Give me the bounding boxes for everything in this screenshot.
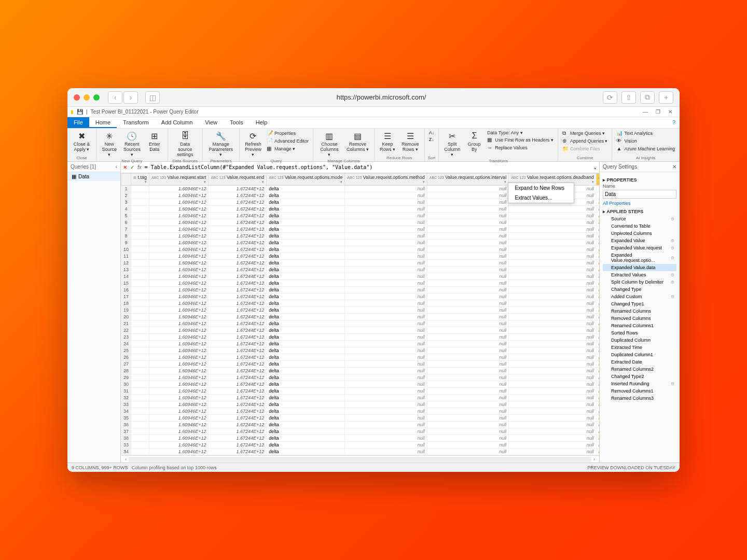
applied-step[interactable]: Renamed Columns1 xyxy=(603,322,676,329)
table-row[interactable]: 331.60946E+121.67244E+12deltanullnullnul… xyxy=(121,442,600,449)
expand-new-rows[interactable]: Expand to New Rows xyxy=(508,183,574,193)
row-header[interactable] xyxy=(121,174,131,186)
query-name-input[interactable] xyxy=(603,190,676,199)
keep-rows-button[interactable]: ☰Keep Rows ▾ xyxy=(378,130,397,153)
formula-accept[interactable]: ✓ xyxy=(130,164,134,170)
minimize-button[interactable]: — xyxy=(639,109,652,115)
applied-step[interactable]: Extracted Date xyxy=(603,358,676,366)
applied-step[interactable]: Added Custom⚙ xyxy=(603,293,676,300)
table-row[interactable]: 131.60946E+121.67244E+12deltanullnullnul… xyxy=(121,267,600,273)
table-row[interactable]: 181.60946E+121.67244E+12deltanullnullnul… xyxy=(121,300,600,307)
sidebar-toggle[interactable]: ◫ xyxy=(145,91,160,104)
tab-transform[interactable]: Transform xyxy=(117,117,155,128)
table-row[interactable]: 151.60946E+121.67244E+12deltanullnullnul… xyxy=(121,280,600,287)
properties-button[interactable]: 📝Properties xyxy=(266,130,310,137)
sort-desc-button[interactable]: Z↓ xyxy=(428,136,435,143)
applied-step[interactable]: Sorted Rows xyxy=(603,329,676,337)
table-row[interactable]: 361.60946E+121.67244E+12deltanullnullnul… xyxy=(121,422,600,428)
applied-step[interactable]: Expanded Value.request.optio...⚙ xyxy=(603,251,676,264)
applied-step[interactable]: Extracted Time xyxy=(603,344,676,351)
tab-home[interactable]: Home xyxy=(89,117,117,128)
text-analytics-button[interactable]: 📊Text Analytics xyxy=(615,130,654,137)
applied-step[interactable]: Changed Type1 xyxy=(603,300,676,307)
datatype-button[interactable]: Data Type: Any ▾ xyxy=(486,130,555,136)
table-row[interactable]: 321.60946E+121.67244E+12deltanullnullnul… xyxy=(121,395,600,401)
applied-step[interactable]: Changed Type2 xyxy=(603,373,676,380)
enter-data-button[interactable]: ⊞Enter Data xyxy=(145,130,164,153)
table-row[interactable]: 231.60946E+121.67244E+12deltanullnullnul… xyxy=(121,334,600,341)
max-window[interactable] xyxy=(93,94,100,101)
refresh-preview-button[interactable]: ⟳Refresh Preview ▾ xyxy=(243,130,264,159)
table-row[interactable]: 331.60946E+121.67244E+12deltanullnullnul… xyxy=(121,455,600,456)
table-row[interactable]: 371.60946E+121.67244E+12deltanullnullnul… xyxy=(121,428,600,435)
close-window[interactable] xyxy=(74,94,80,101)
table-row[interactable]: 331.60946E+121.67244E+12deltanullnullnul… xyxy=(121,401,600,408)
table-row[interactable]: 91.60946E+121.67244E+12deltanullnullnull… xyxy=(121,240,600,246)
applied-step[interactable]: Unpivoted Columns xyxy=(603,230,676,237)
formula-expand[interactable]: ⌄ xyxy=(593,164,597,170)
data-grid[interactable]: ⊞ t.tag ▾ABC 123 Value.request.start ▾AB… xyxy=(121,173,599,455)
choose-columns-button[interactable]: ▥Choose Columns ▾ xyxy=(316,130,342,159)
applied-step[interactable]: Expanded Value.request⚙ xyxy=(603,244,676,251)
table-row[interactable]: 341.60946E+121.67244E+12deltanullnullnul… xyxy=(121,449,600,455)
table-row[interactable]: 141.60946E+121.67244E+12deltanullnullnul… xyxy=(121,273,600,280)
restore-button[interactable]: ❐ xyxy=(652,109,664,115)
tab-file[interactable]: File xyxy=(67,117,89,128)
replace-values-button[interactable]: ↔Replace Values xyxy=(486,144,555,151)
split-column-button[interactable]: ✂Split Column ▾ xyxy=(442,130,462,159)
reload-button[interactable]: ⟳ xyxy=(603,91,617,104)
tab-addcolumn[interactable]: Add Column xyxy=(155,117,199,128)
table-row[interactable]: 381.60946E+121.67244E+12deltanullnullnul… xyxy=(121,435,600,442)
table-row[interactable]: 41.60946E+121.67244E+12deltanullnullnull… xyxy=(121,206,600,213)
table-row[interactable]: 281.60946E+121.67244E+12deltanullnullnul… xyxy=(121,368,600,374)
applied-step[interactable]: Renamed Columns2 xyxy=(603,366,676,373)
advanced-editor-button[interactable]: 📄Advanced Editor xyxy=(266,137,310,145)
applied-step[interactable]: Removed Columns xyxy=(603,315,676,322)
formula-cancel[interactable]: ✕ xyxy=(123,164,127,170)
table-row[interactable]: 301.60946E+121.67244E+12deltanullnullnul… xyxy=(121,381,600,388)
close-settings[interactable]: ✕ xyxy=(672,164,676,170)
applied-step[interactable]: Extracted Values⚙ xyxy=(603,271,676,278)
column-header[interactable]: ABC 123 Value.data ▾ ⤢ xyxy=(596,174,599,186)
table-row[interactable]: 211.60946E+121.67244E+12deltanullnullnul… xyxy=(121,320,600,327)
table-row[interactable]: 121.60946E+121.67244E+12deltanullnullnul… xyxy=(121,260,600,267)
applied-step[interactable]: Expanded Value.data xyxy=(603,264,676,271)
azure-ml-button[interactable]: ▲Azure Machine Learning xyxy=(615,145,676,152)
table-row[interactable]: 241.60946E+121.67244E+12deltanullnullnul… xyxy=(121,341,600,347)
table-row[interactable]: 351.60946E+121.67244E+12deltanullnullnul… xyxy=(121,415,600,422)
remove-rows-button[interactable]: ☰Remove Rows ▾ xyxy=(399,130,421,153)
table-row[interactable]: 161.60946E+121.67244E+12deltanullnullnul… xyxy=(121,287,600,293)
column-header[interactable]: ABC 123 Value.request.options.interval ▾ xyxy=(427,174,508,186)
table-row[interactable]: 311.60946E+121.67244E+12deltanullnullnul… xyxy=(121,388,600,395)
applied-step[interactable]: Renamed Columns3 xyxy=(603,395,676,402)
applied-step[interactable]: Split Column by Delimiter⚙ xyxy=(603,278,676,286)
table-row[interactable]: 101.60946E+121.67244E+12deltanullnullnul… xyxy=(121,246,600,253)
column-header[interactable]: ABC 123 Value.request.start ▾ xyxy=(149,174,209,186)
table-row[interactable]: 341.60946E+121.67244E+12deltanullnullnul… xyxy=(121,408,600,415)
datasource-settings-button[interactable]: 🗄Data source settings xyxy=(171,130,199,159)
url-bar[interactable]: https://powerbi.microsoft.com/ xyxy=(164,93,599,101)
recent-sources-button[interactable]: 🕓Recent Sources ▾ xyxy=(121,130,143,159)
applied-step[interactable]: Expanded Value⚙ xyxy=(603,237,676,244)
formula-input[interactable] xyxy=(145,164,590,170)
new-source-button[interactable]: ✳New Source ▾ xyxy=(100,130,119,159)
applied-step[interactable]: Changed Type xyxy=(603,286,676,293)
remove-columns-button[interactable]: ▤Remove Columns ▾ xyxy=(344,130,371,153)
column-header[interactable]: ⊞ t.tag ▾ xyxy=(131,174,149,186)
table-row[interactable]: 251.60946E+121.67244E+12deltanullnullnul… xyxy=(121,347,600,354)
save-icon[interactable]: 💾 xyxy=(77,109,83,115)
applied-step[interactable]: Duplicated Column1 xyxy=(603,351,676,358)
table-row[interactable]: 61.60946E+121.67244E+12deltanullnullnull… xyxy=(121,219,600,226)
table-row[interactable]: 171.60946E+121.67244E+12deltanullnullnul… xyxy=(121,293,600,300)
help-icon[interactable]: ? xyxy=(668,117,680,128)
table-row[interactable]: 271.60946E+121.67244E+12deltanullnullnul… xyxy=(121,361,600,368)
share-button[interactable]: ⇧ xyxy=(621,91,636,104)
applied-step[interactable]: Removed Columns1 xyxy=(603,387,676,395)
table-row[interactable]: 221.60946E+121.67244E+12deltanullnullnul… xyxy=(121,327,600,334)
firstrow-headers-button[interactable]: ▦Use First Row as Headers ▾ xyxy=(486,136,555,144)
collapse-queries[interactable]: ‹ xyxy=(116,164,117,170)
applied-step[interactable]: Duplicated Column xyxy=(603,337,676,344)
manage-query-button[interactable]: ▦Manage ▾ xyxy=(266,145,310,152)
query-item-data[interactable]: ▦ Data xyxy=(67,172,120,181)
table-row[interactable]: 261.60946E+121.67244E+12deltanullnullnul… xyxy=(121,354,600,361)
